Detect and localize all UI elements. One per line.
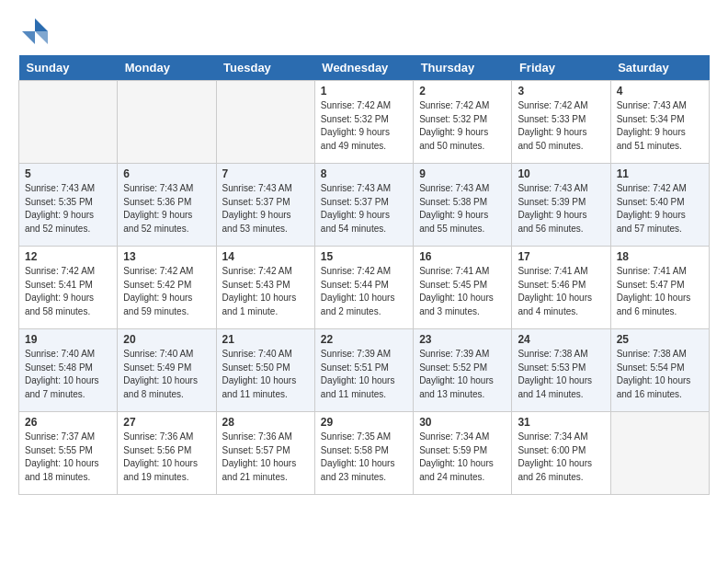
day-number: 1 [321, 85, 407, 98]
day-number: 23 [419, 333, 506, 346]
day-number: 2 [419, 85, 506, 98]
calendar-cell: 27Sunrise: 7:36 AM Sunset: 5:56 PM Dayli… [118, 412, 216, 495]
day-number: 17 [518, 250, 604, 263]
day-number: 11 [617, 167, 703, 180]
calendar-cell: 25Sunrise: 7:38 AM Sunset: 5:54 PM Dayli… [610, 329, 709, 412]
week-row-5: 26Sunrise: 7:37 AM Sunset: 5:55 PM Dayli… [19, 412, 710, 495]
calendar-cell: 24Sunrise: 7:38 AM Sunset: 5:53 PM Dayli… [512, 329, 610, 412]
day-number: 15 [321, 250, 407, 263]
calendar-cell: 17Sunrise: 7:41 AM Sunset: 5:46 PM Dayli… [512, 247, 610, 329]
calendar-table: SundayMondayTuesdayWednesdayThursdayFrid… [18, 55, 710, 495]
calendar-cell: 7Sunrise: 7:43 AM Sunset: 5:37 PM Daylig… [216, 164, 314, 247]
calendar-cell [216, 81, 314, 164]
day-number: 26 [25, 416, 111, 429]
day-number: 6 [123, 167, 210, 180]
day-info: Sunrise: 7:34 AM Sunset: 6:00 PM Dayligh… [518, 431, 604, 484]
day-number: 19 [25, 333, 111, 346]
weekday-header-wednesday: Wednesday [314, 55, 413, 81]
weekday-header-thursday: Thursday [414, 55, 512, 81]
logo-icon [18, 15, 51, 48]
day-number: 31 [518, 416, 604, 429]
day-info: Sunrise: 7:42 AM Sunset: 5:33 PM Dayligh… [518, 99, 604, 153]
day-number: 8 [321, 167, 407, 180]
day-number: 21 [222, 333, 309, 346]
calendar-cell: 31Sunrise: 7:34 AM Sunset: 6:00 PM Dayli… [512, 412, 610, 495]
calendar-cell: 3Sunrise: 7:42 AM Sunset: 5:33 PM Daylig… [512, 81, 610, 164]
day-info: Sunrise: 7:39 AM Sunset: 5:52 PM Dayligh… [419, 348, 506, 401]
day-number: 20 [123, 333, 210, 346]
day-info: Sunrise: 7:42 AM Sunset: 5:32 PM Dayligh… [321, 99, 407, 153]
day-info: Sunrise: 7:43 AM Sunset: 5:39 PM Dayligh… [518, 182, 604, 236]
weekday-header-monday: Monday [118, 55, 216, 81]
day-info: Sunrise: 7:42 AM Sunset: 5:42 PM Dayligh… [123, 265, 210, 318]
calendar-cell: 10Sunrise: 7:43 AM Sunset: 5:39 PM Dayli… [512, 164, 610, 247]
day-number: 25 [617, 333, 703, 346]
calendar-cell [610, 412, 709, 495]
calendar-cell: 16Sunrise: 7:41 AM Sunset: 5:45 PM Dayli… [414, 247, 512, 329]
week-row-2: 5Sunrise: 7:43 AM Sunset: 5:35 PM Daylig… [19, 164, 710, 247]
calendar-cell: 4Sunrise: 7:43 AM Sunset: 5:34 PM Daylig… [610, 81, 709, 164]
weekday-header-row: SundayMondayTuesdayWednesdayThursdayFrid… [19, 55, 710, 81]
calendar-cell: 19Sunrise: 7:40 AM Sunset: 5:48 PM Dayli… [19, 329, 118, 412]
day-info: Sunrise: 7:42 AM Sunset: 5:32 PM Dayligh… [419, 99, 506, 153]
day-info: Sunrise: 7:40 AM Sunset: 5:50 PM Dayligh… [222, 348, 309, 401]
day-info: Sunrise: 7:42 AM Sunset: 5:43 PM Dayligh… [222, 265, 309, 318]
svg-marker-2 [22, 31, 35, 44]
day-info: Sunrise: 7:35 AM Sunset: 5:58 PM Dayligh… [321, 431, 407, 484]
calendar-cell [118, 81, 216, 164]
day-info: Sunrise: 7:40 AM Sunset: 5:49 PM Dayligh… [123, 348, 210, 401]
day-info: Sunrise: 7:36 AM Sunset: 5:57 PM Dayligh… [222, 431, 309, 484]
day-number: 14 [222, 250, 309, 263]
day-info: Sunrise: 7:43 AM Sunset: 5:34 PM Dayligh… [617, 99, 703, 153]
calendar-cell: 29Sunrise: 7:35 AM Sunset: 5:58 PM Dayli… [314, 412, 413, 495]
day-number: 18 [617, 250, 703, 263]
day-info: Sunrise: 7:43 AM Sunset: 5:36 PM Dayligh… [123, 182, 210, 236]
weekday-header-saturday: Saturday [610, 55, 709, 81]
day-info: Sunrise: 7:34 AM Sunset: 5:59 PM Dayligh… [419, 431, 506, 484]
weekday-header-tuesday: Tuesday [216, 55, 314, 81]
calendar-cell: 6Sunrise: 7:43 AM Sunset: 5:36 PM Daylig… [118, 164, 216, 247]
calendar-cell: 2Sunrise: 7:42 AM Sunset: 5:32 PM Daylig… [414, 81, 512, 164]
day-info: Sunrise: 7:38 AM Sunset: 5:53 PM Dayligh… [518, 348, 604, 401]
calendar-cell: 15Sunrise: 7:42 AM Sunset: 5:44 PM Dayli… [314, 247, 413, 329]
svg-marker-1 [35, 31, 48, 44]
day-info: Sunrise: 7:38 AM Sunset: 5:54 PM Dayligh… [617, 348, 703, 401]
header [18, 15, 710, 48]
day-number: 27 [123, 416, 210, 429]
day-number: 29 [321, 416, 407, 429]
calendar-cell: 14Sunrise: 7:42 AM Sunset: 5:43 PM Dayli… [216, 247, 314, 329]
day-info: Sunrise: 7:43 AM Sunset: 5:38 PM Dayligh… [419, 182, 506, 236]
day-info: Sunrise: 7:41 AM Sunset: 5:47 PM Dayligh… [617, 265, 703, 318]
day-number: 22 [321, 333, 407, 346]
day-info: Sunrise: 7:39 AM Sunset: 5:51 PM Dayligh… [321, 348, 407, 401]
calendar-cell: 8Sunrise: 7:43 AM Sunset: 5:37 PM Daylig… [314, 164, 413, 247]
day-number: 12 [25, 250, 111, 263]
week-row-4: 19Sunrise: 7:40 AM Sunset: 5:48 PM Dayli… [19, 329, 710, 412]
day-info: Sunrise: 7:37 AM Sunset: 5:55 PM Dayligh… [25, 431, 111, 484]
calendar-cell: 21Sunrise: 7:40 AM Sunset: 5:50 PM Dayli… [216, 329, 314, 412]
svg-marker-0 [35, 18, 48, 31]
calendar-cell: 9Sunrise: 7:43 AM Sunset: 5:38 PM Daylig… [414, 164, 512, 247]
day-info: Sunrise: 7:42 AM Sunset: 5:40 PM Dayligh… [617, 182, 703, 236]
calendar-cell: 1Sunrise: 7:42 AM Sunset: 5:32 PM Daylig… [314, 81, 413, 164]
week-row-1: 1Sunrise: 7:42 AM Sunset: 5:32 PM Daylig… [19, 81, 710, 164]
day-info: Sunrise: 7:43 AM Sunset: 5:37 PM Dayligh… [222, 182, 309, 236]
weekday-header-sunday: Sunday [19, 55, 118, 81]
day-info: Sunrise: 7:36 AM Sunset: 5:56 PM Dayligh… [123, 431, 210, 484]
day-number: 10 [518, 167, 604, 180]
day-info: Sunrise: 7:43 AM Sunset: 5:35 PM Dayligh… [25, 182, 111, 236]
calendar-cell: 22Sunrise: 7:39 AM Sunset: 5:51 PM Dayli… [314, 329, 413, 412]
day-number: 16 [419, 250, 506, 263]
day-number: 5 [25, 167, 111, 180]
calendar-cell: 18Sunrise: 7:41 AM Sunset: 5:47 PM Dayli… [610, 247, 709, 329]
day-number: 24 [518, 333, 604, 346]
day-info: Sunrise: 7:40 AM Sunset: 5:48 PM Dayligh… [25, 348, 111, 401]
day-info: Sunrise: 7:43 AM Sunset: 5:37 PM Dayligh… [321, 182, 407, 236]
day-number: 28 [222, 416, 309, 429]
page: SundayMondayTuesdayWednesdayThursdayFrid… [0, 0, 728, 504]
calendar-cell: 20Sunrise: 7:40 AM Sunset: 5:49 PM Dayli… [118, 329, 216, 412]
day-info: Sunrise: 7:41 AM Sunset: 5:46 PM Dayligh… [518, 265, 604, 318]
day-number: 7 [222, 167, 309, 180]
calendar-cell: 5Sunrise: 7:43 AM Sunset: 5:35 PM Daylig… [19, 164, 118, 247]
day-info: Sunrise: 7:42 AM Sunset: 5:44 PM Dayligh… [321, 265, 407, 318]
